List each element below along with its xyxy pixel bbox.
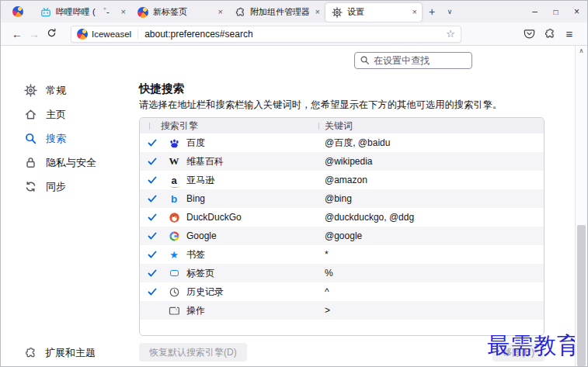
search-icon	[24, 132, 37, 145]
firefox-icon	[12, 6, 23, 17]
engine-cell: DuckDuckGo	[140, 211, 318, 223]
close-window-button[interactable]: ×	[566, 1, 587, 23]
pocket-icon	[524, 28, 535, 40]
engine-row-baidu[interactable]: 百度@百度, @baidu	[140, 133, 544, 152]
bookmark-star-icon[interactable]: ☆	[446, 28, 455, 40]
vertical-scrollbar[interactable]: ∧	[575, 46, 587, 366]
engine-name: 维基百科	[186, 155, 224, 168]
enabled-check-icon[interactable]	[148, 212, 163, 223]
engine-cell: a亚马逊	[140, 174, 318, 187]
engine-keyword: @bing	[318, 193, 544, 204]
tabsq-icon	[168, 267, 180, 279]
lock-icon	[24, 156, 37, 169]
gear-favicon	[332, 7, 343, 18]
sidebar-item-label: 隐私与安全	[46, 156, 96, 170]
sidebar-item-sync[interactable]: 同步	[24, 175, 134, 199]
watermark-text: 最需教育	[487, 331, 580, 362]
forward-button[interactable]: →	[26, 28, 43, 40]
engine-name: 标签页	[186, 267, 214, 280]
sidebar-item-extensions[interactable]: 扩展和主题	[24, 346, 96, 360]
tab-close-icon[interactable]: ×	[218, 8, 223, 16]
enabled-check-icon[interactable]	[148, 230, 163, 241]
browser-tab-settings[interactable]: 设置×	[325, 3, 422, 22]
sidebar-item-privacy[interactable]: 隐私与安全	[24, 151, 134, 175]
enabled-check-icon[interactable]	[148, 193, 163, 204]
quickactions-icon	[168, 304, 180, 317]
column-header-keyword: 关键词	[318, 119, 544, 133]
check-icon	[148, 268, 157, 278]
engine-row-bing[interactable]: bBing@bing	[140, 189, 544, 208]
sidebar-item-search[interactable]: 搜索	[24, 126, 134, 151]
engine-row-amazon[interactable]: a亚马逊@amazon	[140, 171, 544, 189]
extensions-button[interactable]	[539, 28, 559, 40]
engine-name: Google	[186, 230, 217, 241]
scroll-up-arrow-icon[interactable]: ∧	[576, 47, 587, 54]
firefox-view-button[interactable]	[12, 6, 23, 17]
engine-cell: 百度	[140, 137, 318, 150]
tab-list: 哔哩哔哩 ( ゜- ゜)つロ 干杯~×新标签页× 附加组件管理器× 设置×	[34, 1, 423, 23]
reload-button[interactable]	[43, 28, 60, 40]
enabled-check-icon[interactable]	[148, 175, 163, 185]
tab-list-dropdown-button[interactable]: ∨	[441, 8, 458, 16]
engine-name: 书签	[186, 248, 205, 261]
settings-search	[354, 52, 472, 69]
sidebar-item-home[interactable]: 主页	[24, 102, 134, 126]
browser-tab-bilibili[interactable]: 哔哩哔哩 ( ゜- ゜)つロ 干杯~×	[34, 3, 130, 22]
engine-row-history[interactable]: 历史记录^	[140, 282, 544, 301]
url-text[interactable]: about:preferences#search	[144, 29, 446, 40]
engine-row-wikipedia[interactable]: W维基百科@wikipedia	[140, 152, 544, 171]
engine-row-actions[interactable]: 操作>	[140, 301, 544, 320]
engine-row-tabs[interactable]: 标签页%	[140, 264, 544, 282]
engine-row-google[interactable]: Google@google	[140, 227, 544, 245]
sidebar-item-general[interactable]: 常规	[24, 78, 134, 102]
engine-cell: 操作	[140, 304, 318, 317]
enabled-check-icon[interactable]	[148, 137, 163, 148]
tab-close-icon[interactable]: ×	[315, 8, 320, 16]
menu-button[interactable]: ≡	[559, 27, 579, 40]
puzzle-favicon	[235, 7, 245, 18]
enabled-check-icon[interactable]	[148, 268, 163, 279]
engine-cell: W维基百科	[140, 155, 318, 168]
minimize-button[interactable]: –	[524, 1, 545, 23]
engine-keyword: %	[318, 268, 544, 279]
enabled-check-icon[interactable]	[148, 156, 163, 167]
check-icon	[148, 250, 157, 259]
sidebar-item-label: 同步	[46, 180, 66, 194]
tab-label: 哔哩哔哩 ( ゜- ゜)つロ 干杯~	[56, 6, 117, 18]
engine-name: 历史记录	[186, 286, 224, 299]
navigation-toolbar: ← → Iceweasel about:preferences#search ☆	[1, 23, 587, 46]
gear-icon	[24, 84, 37, 97]
clock-icon	[168, 286, 180, 298]
column-header-engine: 搜索引擎	[140, 119, 318, 133]
url-bar[interactable]: Iceweasel about:preferences#search ☆	[71, 26, 461, 43]
pocket-button[interactable]	[519, 28, 539, 40]
search-engines-table: 搜索引擎 关键词 百度@百度, @baidu W维基百科@wikipedia a…	[139, 117, 545, 336]
tab-close-icon[interactable]: ×	[412, 8, 417, 16]
search-icon	[360, 55, 370, 65]
enabled-check-icon[interactable]	[148, 249, 163, 260]
settings-search-input[interactable]	[354, 52, 472, 69]
find-more-engines-link[interactable]: 寻找更多搜索引擎	[139, 365, 220, 366]
scrollbar-thumb[interactable]	[577, 225, 586, 366]
engine-keyword: @wikipedia	[318, 156, 544, 167]
tab-close-icon[interactable]: ×	[121, 8, 126, 16]
enabled-check-icon[interactable]	[148, 286, 163, 297]
back-button[interactable]: ←	[9, 28, 26, 40]
engine-row-bookmarks[interactable]: ★书签*	[140, 245, 544, 264]
engine-row-duckduckgo[interactable]: DuckDuckGo@duckduckgo, @ddg	[140, 208, 544, 227]
sidebar-item-label: 搜索	[46, 132, 66, 146]
maximize-button[interactable]: □	[545, 1, 566, 23]
browser-tab-new-tab[interactable]: 新标签页×	[131, 3, 228, 22]
engine-cell: bBing	[140, 192, 318, 205]
table-body: 百度@百度, @baidu W维基百科@wikipedia a亚马逊@amazo…	[140, 133, 544, 320]
engine-name: Bing	[186, 193, 205, 204]
engine-cell: 标签页	[140, 267, 318, 280]
engine-cell: 历史记录	[140, 286, 318, 299]
browser-tab-addons[interactable]: 附加组件管理器×	[228, 3, 325, 22]
check-placeholder[interactable]	[148, 305, 163, 316]
identity-chip[interactable]: Iceweasel	[77, 29, 138, 40]
iceweasel-icon	[77, 29, 88, 40]
table-header: 搜索引擎 关键词	[140, 118, 544, 133]
restore-defaults-button[interactable]: 恢复默认搜索引擎(D)	[139, 343, 247, 362]
new-tab-button[interactable]: +	[423, 5, 441, 18]
